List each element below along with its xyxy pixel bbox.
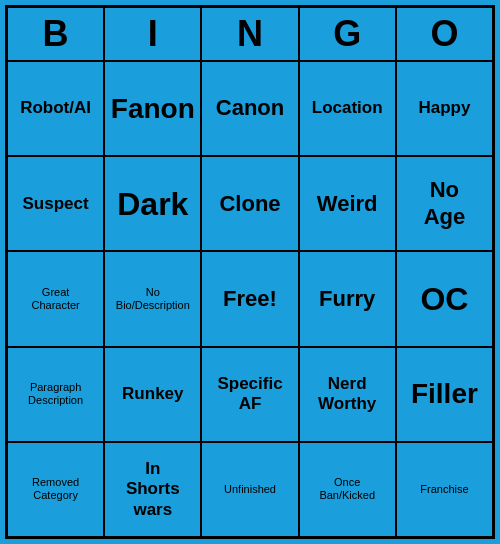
cell-text-4-3: OnceBan/Kicked — [319, 476, 375, 502]
bingo-cell-0-0: Robot/AI — [7, 61, 104, 156]
cell-text-1-3: Weird — [317, 191, 378, 217]
bingo-cell-1-4: NoAge — [396, 156, 493, 251]
bingo-row-1: SuspectDarkCloneWeirdNoAge — [7, 156, 493, 251]
cell-text-3-1: Runkey — [122, 384, 183, 404]
bingo-cell-0-4: Happy — [396, 61, 493, 156]
cell-text-2-1: NoBio/Description — [116, 286, 190, 312]
bingo-cell-2-4: OC — [396, 251, 493, 346]
bingo-cell-3-1: Runkey — [104, 347, 201, 442]
cell-text-3-3: NerdWorthy — [318, 374, 376, 415]
bingo-cell-4-4: Franchise — [396, 442, 493, 537]
cell-text-2-3: Furry — [319, 286, 375, 312]
bingo-cell-3-0: ParagraphDescription — [7, 347, 104, 442]
cell-text-0-1: Fanon — [111, 92, 195, 126]
bingo-row-3: ParagraphDescriptionRunkeySpecificAFNerd… — [7, 347, 493, 442]
bingo-cell-3-2: SpecificAF — [201, 347, 298, 442]
header-cell-I: I — [104, 7, 201, 61]
bingo-cell-3-3: NerdWorthy — [299, 347, 396, 442]
bingo-cell-2-0: GreatCharacter — [7, 251, 104, 346]
bingo-cell-4-2: Unfinished — [201, 442, 298, 537]
bingo-row-0: Robot/AIFanonCanonLocationHappy — [7, 61, 493, 156]
cell-text-4-2: Unfinished — [224, 483, 276, 496]
header-cell-G: G — [299, 7, 396, 61]
cell-text-4-1: InShortswars — [126, 459, 180, 520]
cell-text-4-4: Franchise — [420, 483, 468, 496]
cell-text-3-0: ParagraphDescription — [28, 381, 83, 407]
cell-text-0-3: Location — [312, 98, 383, 118]
cell-text-2-4: OC — [420, 280, 468, 318]
bingo-cell-0-1: Fanon — [104, 61, 201, 156]
cell-text-1-0: Suspect — [23, 194, 89, 214]
bingo-row-4: RemovedCategoryInShortswarsUnfinishedOnc… — [7, 442, 493, 537]
cell-text-4-0: RemovedCategory — [32, 476, 79, 502]
bingo-cell-3-4: Filler — [396, 347, 493, 442]
cell-text-0-4: Happy — [418, 98, 470, 118]
bingo-cell-0-2: Canon — [201, 61, 298, 156]
cell-text-2-2: Free! — [223, 286, 277, 312]
bingo-cell-0-3: Location — [299, 61, 396, 156]
header-cell-O: O — [396, 7, 493, 61]
bingo-cell-2-1: NoBio/Description — [104, 251, 201, 346]
cell-text-2-0: GreatCharacter — [31, 286, 79, 312]
bingo-cell-4-0: RemovedCategory — [7, 442, 104, 537]
cell-text-1-4: NoAge — [424, 177, 466, 230]
bingo-cell-2-3: Furry — [299, 251, 396, 346]
bingo-row-2: GreatCharacterNoBio/DescriptionFree!Furr… — [7, 251, 493, 346]
cell-text-3-2: SpecificAF — [217, 374, 282, 415]
bingo-cell-2-2: Free! — [201, 251, 298, 346]
cell-text-1-1: Dark — [117, 185, 188, 223]
cell-text-0-0: Robot/AI — [20, 98, 91, 118]
bingo-header: BINGO — [7, 7, 493, 61]
bingo-cell-1-3: Weird — [299, 156, 396, 251]
bingo-grid: Robot/AIFanonCanonLocationHappySuspectDa… — [7, 61, 493, 537]
bingo-cell-4-3: OnceBan/Kicked — [299, 442, 396, 537]
bingo-cell-1-1: Dark — [104, 156, 201, 251]
bingo-cell-1-2: Clone — [201, 156, 298, 251]
bingo-card: BINGO Robot/AIFanonCanonLocationHappySus… — [5, 5, 495, 539]
cell-text-0-2: Canon — [216, 95, 284, 121]
bingo-cell-4-1: InShortswars — [104, 442, 201, 537]
cell-text-3-4: Filler — [411, 377, 478, 411]
bingo-cell-1-0: Suspect — [7, 156, 104, 251]
cell-text-1-2: Clone — [219, 191, 280, 217]
header-cell-B: B — [7, 7, 104, 61]
header-cell-N: N — [201, 7, 298, 61]
